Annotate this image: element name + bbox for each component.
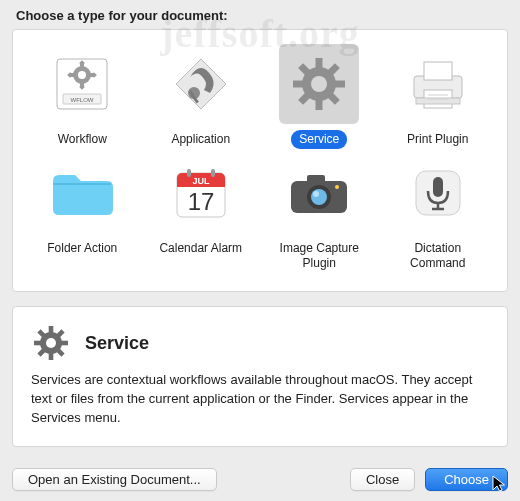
svg-rect-38 [211, 169, 215, 177]
svg-rect-54 [61, 341, 68, 346]
type-label: Print Plugin [399, 130, 476, 149]
svg-rect-53 [34, 341, 41, 346]
type-item-application[interactable]: Application [146, 44, 257, 149]
svg-rect-40 [307, 175, 325, 185]
type-item-calendar-alarm[interactable]: JUL 17 Calendar Alarm [146, 153, 257, 273]
svg-rect-27 [424, 62, 452, 80]
type-label: Workflow [50, 130, 115, 149]
open-existing-button[interactable]: Open an Existing Document... [12, 468, 217, 491]
svg-rect-37 [187, 169, 191, 177]
detail-panel: Service Services are contextual workflow… [12, 306, 508, 447]
type-item-service[interactable]: Service [264, 44, 375, 149]
svg-point-50 [46, 338, 56, 348]
print-plugin-icon [398, 44, 478, 124]
detail-description: Services are contextual workflows availa… [31, 371, 489, 428]
type-label: Calendar Alarm [151, 239, 250, 258]
footer: Open an Existing Document... Close Choos… [12, 468, 508, 491]
svg-rect-52 [49, 353, 54, 360]
svg-rect-20 [293, 81, 303, 88]
svg-text:WFLOW: WFLOW [71, 97, 94, 103]
svg-point-44 [335, 185, 339, 189]
type-item-dictation[interactable]: Dictation Command [383, 153, 494, 273]
type-label: Image Capture Plugin [272, 239, 367, 273]
svg-point-4 [78, 71, 86, 79]
svg-rect-51 [49, 326, 54, 333]
gear-icon [31, 323, 71, 363]
type-item-folder-action[interactable]: Folder Action [27, 153, 138, 273]
type-grid-panel: WFLOW Workflow Application [12, 29, 508, 292]
application-icon [161, 44, 241, 124]
dictation-icon [398, 153, 478, 233]
svg-marker-13 [176, 59, 226, 109]
type-item-print-plugin[interactable]: Print Plugin [383, 44, 494, 149]
svg-point-43 [313, 191, 319, 197]
dialog-heading: Choose a type for your document: [16, 8, 508, 23]
type-label: Dictation Command [402, 239, 473, 273]
svg-text:17: 17 [187, 188, 214, 215]
type-grid: WFLOW Workflow Application [13, 30, 507, 291]
choose-button[interactable]: Choose [425, 468, 508, 491]
svg-text:JUL: JUL [192, 176, 210, 186]
svg-point-42 [311, 189, 327, 205]
image-capture-icon [279, 153, 359, 233]
folder-action-icon [42, 153, 122, 233]
type-label: Application [163, 130, 238, 149]
svg-rect-21 [335, 81, 345, 88]
calendar-alarm-icon: JUL 17 [161, 153, 241, 233]
type-item-image-capture[interactable]: Image Capture Plugin [264, 153, 375, 273]
svg-point-17 [311, 76, 327, 92]
close-button[interactable]: Close [350, 468, 415, 491]
detail-title: Service [85, 333, 149, 354]
svg-rect-19 [316, 100, 323, 110]
svg-rect-18 [316, 58, 323, 68]
workflow-icon: WFLOW [42, 44, 122, 124]
svg-rect-46 [433, 177, 443, 197]
type-item-workflow[interactable]: WFLOW Workflow [27, 44, 138, 149]
type-label: Folder Action [39, 239, 125, 258]
type-label: Service [291, 130, 347, 149]
service-icon [279, 44, 359, 124]
